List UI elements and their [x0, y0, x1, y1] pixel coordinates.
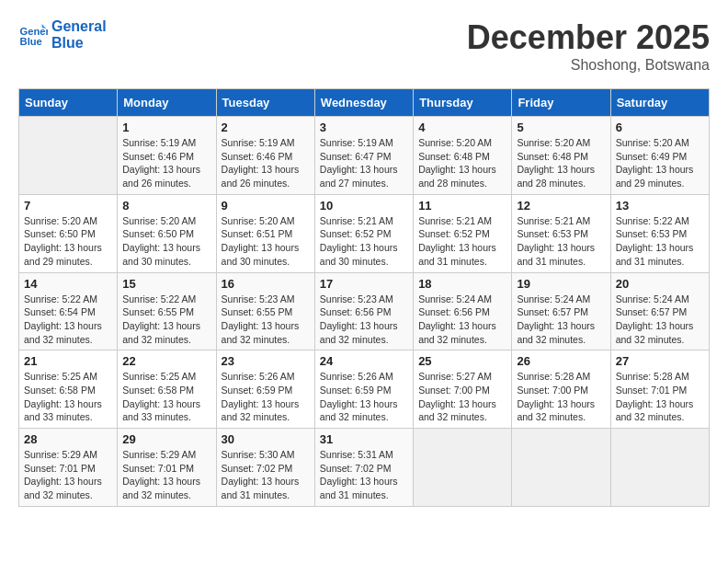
- day-info: Sunrise: 5:26 AM Sunset: 6:59 PM Dayligh…: [320, 370, 408, 424]
- day-info: Sunrise: 5:24 AM Sunset: 6:57 PM Dayligh…: [616, 293, 704, 347]
- calendar-cell: 7Sunrise: 5:20 AM Sunset: 6:50 PM Daylig…: [19, 194, 118, 272]
- day-info: Sunrise: 5:23 AM Sunset: 6:55 PM Dayligh…: [222, 293, 310, 347]
- calendar-cell: 16Sunrise: 5:23 AM Sunset: 6:55 PM Dayli…: [216, 272, 314, 350]
- calendar-cell: 10Sunrise: 5:21 AM Sunset: 6:52 PM Dayli…: [314, 194, 413, 272]
- calendar-cell: 6Sunrise: 5:20 AM Sunset: 6:49 PM Daylig…: [610, 117, 709, 195]
- day-info: Sunrise: 5:24 AM Sunset: 6:57 PM Dayligh…: [517, 293, 605, 347]
- day-info: Sunrise: 5:19 AM Sunset: 6:46 PM Dayligh…: [222, 136, 310, 190]
- day-number: 7: [24, 199, 112, 213]
- day-info: Sunrise: 5:22 AM Sunset: 6:54 PM Dayligh…: [24, 293, 112, 347]
- day-info: Sunrise: 5:20 AM Sunset: 6:48 PM Dayligh…: [517, 136, 605, 190]
- week-row-1: 1Sunrise: 5:19 AM Sunset: 6:46 PM Daylig…: [19, 117, 710, 195]
- calendar-cell: 23Sunrise: 5:26 AM Sunset: 6:59 PM Dayli…: [216, 350, 314, 429]
- day-number: 13: [616, 199, 704, 213]
- calendar-cell: 19Sunrise: 5:24 AM Sunset: 6:57 PM Dayli…: [512, 272, 610, 350]
- calendar-cell: 4Sunrise: 5:20 AM Sunset: 6:48 PM Daylig…: [414, 117, 512, 195]
- calendar-cell: [512, 429, 610, 507]
- calendar-cell: 18Sunrise: 5:24 AM Sunset: 6:56 PM Dayli…: [414, 272, 512, 350]
- calendar-table: SundayMondayTuesdayWednesdayThursdayFrid…: [18, 88, 710, 507]
- calendar-cell: 2Sunrise: 5:19 AM Sunset: 6:46 PM Daylig…: [216, 117, 314, 195]
- day-info: Sunrise: 5:26 AM Sunset: 6:59 PM Dayligh…: [222, 370, 310, 424]
- week-row-5: 28Sunrise: 5:29 AM Sunset: 7:01 PM Dayli…: [19, 429, 710, 507]
- calendar-cell: 12Sunrise: 5:21 AM Sunset: 6:53 PM Dayli…: [512, 194, 610, 272]
- header-row: SundayMondayTuesdayWednesdayThursdayFrid…: [19, 89, 710, 117]
- col-header-wednesday: Wednesday: [314, 89, 413, 117]
- day-number: 14: [24, 277, 112, 291]
- day-info: Sunrise: 5:28 AM Sunset: 7:00 PM Dayligh…: [517, 370, 605, 424]
- calendar-cell: [19, 117, 118, 195]
- logo: General Blue General Blue: [18, 18, 107, 51]
- col-header-friday: Friday: [512, 89, 610, 117]
- svg-text:Blue: Blue: [20, 36, 42, 47]
- day-number: 17: [320, 277, 408, 291]
- title-block: December 2025 Shoshong, Botswana: [467, 18, 710, 74]
- calendar-cell: 22Sunrise: 5:25 AM Sunset: 6:58 PM Dayli…: [118, 350, 216, 429]
- logo-text-blue: Blue: [51, 35, 107, 52]
- day-number: 26: [517, 354, 605, 368]
- day-number: 3: [320, 121, 408, 134]
- day-number: 31: [320, 432, 408, 446]
- day-number: 20: [616, 277, 704, 291]
- day-info: Sunrise: 5:24 AM Sunset: 6:56 PM Dayligh…: [418, 293, 506, 347]
- day-number: 16: [222, 277, 310, 291]
- day-info: Sunrise: 5:20 AM Sunset: 6:50 PM Dayligh…: [24, 214, 112, 269]
- day-info: Sunrise: 5:20 AM Sunset: 6:49 PM Dayligh…: [616, 136, 704, 190]
- calendar-cell: 3Sunrise: 5:19 AM Sunset: 6:47 PM Daylig…: [314, 117, 413, 195]
- day-number: 5: [517, 121, 605, 134]
- calendar-cell: 21Sunrise: 5:25 AM Sunset: 6:58 PM Dayli…: [19, 350, 118, 429]
- day-number: 30: [222, 432, 310, 446]
- day-number: 4: [418, 121, 506, 134]
- calendar-cell: 9Sunrise: 5:20 AM Sunset: 6:51 PM Daylig…: [216, 194, 314, 272]
- day-number: 22: [122, 354, 210, 368]
- logo-text-general: General: [51, 18, 107, 35]
- calendar-cell: 28Sunrise: 5:29 AM Sunset: 7:01 PM Dayli…: [19, 429, 118, 507]
- calendar-cell: 24Sunrise: 5:26 AM Sunset: 6:59 PM Dayli…: [314, 350, 413, 429]
- calendar-cell: 30Sunrise: 5:30 AM Sunset: 7:02 PM Dayli…: [216, 429, 314, 507]
- day-number: 11: [418, 199, 506, 213]
- week-row-3: 14Sunrise: 5:22 AM Sunset: 6:54 PM Dayli…: [19, 272, 710, 350]
- day-info: Sunrise: 5:25 AM Sunset: 6:58 PM Dayligh…: [24, 370, 112, 424]
- calendar-cell: 13Sunrise: 5:22 AM Sunset: 6:53 PM Dayli…: [610, 194, 709, 272]
- day-info: Sunrise: 5:29 AM Sunset: 7:01 PM Dayligh…: [122, 448, 210, 502]
- day-info: Sunrise: 5:20 AM Sunset: 6:48 PM Dayligh…: [418, 136, 506, 190]
- day-number: 9: [222, 199, 310, 213]
- week-row-4: 21Sunrise: 5:25 AM Sunset: 6:58 PM Dayli…: [19, 350, 710, 429]
- calendar-cell: 31Sunrise: 5:31 AM Sunset: 7:02 PM Dayli…: [314, 429, 413, 507]
- calendar-cell: 29Sunrise: 5:29 AM Sunset: 7:01 PM Dayli…: [118, 429, 216, 507]
- week-row-2: 7Sunrise: 5:20 AM Sunset: 6:50 PM Daylig…: [19, 194, 710, 272]
- calendar-cell: 27Sunrise: 5:28 AM Sunset: 7:01 PM Dayli…: [610, 350, 709, 429]
- calendar-cell: [414, 429, 512, 507]
- day-info: Sunrise: 5:21 AM Sunset: 6:53 PM Dayligh…: [517, 214, 605, 269]
- day-number: 6: [616, 121, 704, 134]
- day-info: Sunrise: 5:28 AM Sunset: 7:01 PM Dayligh…: [616, 370, 704, 424]
- day-info: Sunrise: 5:25 AM Sunset: 6:58 PM Dayligh…: [122, 370, 210, 424]
- day-number: 15: [122, 277, 210, 291]
- col-header-monday: Monday: [118, 89, 216, 117]
- col-header-sunday: Sunday: [19, 89, 118, 117]
- day-number: 23: [222, 354, 310, 368]
- day-info: Sunrise: 5:20 AM Sunset: 6:50 PM Dayligh…: [122, 214, 210, 269]
- calendar-cell: 20Sunrise: 5:24 AM Sunset: 6:57 PM Dayli…: [610, 272, 709, 350]
- day-info: Sunrise: 5:30 AM Sunset: 7:02 PM Dayligh…: [222, 448, 310, 502]
- calendar-cell: 11Sunrise: 5:21 AM Sunset: 6:52 PM Dayli…: [414, 194, 512, 272]
- day-info: Sunrise: 5:22 AM Sunset: 6:55 PM Dayligh…: [122, 293, 210, 347]
- col-header-thursday: Thursday: [414, 89, 512, 117]
- calendar-cell: 8Sunrise: 5:20 AM Sunset: 6:50 PM Daylig…: [118, 194, 216, 272]
- calendar-cell: 5Sunrise: 5:20 AM Sunset: 6:48 PM Daylig…: [512, 117, 610, 195]
- day-number: 10: [320, 199, 408, 213]
- calendar-cell: 1Sunrise: 5:19 AM Sunset: 6:46 PM Daylig…: [118, 117, 216, 195]
- day-number: 25: [418, 354, 506, 368]
- day-info: Sunrise: 5:21 AM Sunset: 6:52 PM Dayligh…: [418, 214, 506, 269]
- day-number: 18: [418, 277, 506, 291]
- location-subtitle: Shoshong, Botswana: [467, 57, 710, 74]
- calendar-cell: 26Sunrise: 5:28 AM Sunset: 7:00 PM Dayli…: [512, 350, 610, 429]
- col-header-saturday: Saturday: [610, 89, 709, 117]
- col-header-tuesday: Tuesday: [216, 89, 314, 117]
- day-info: Sunrise: 5:23 AM Sunset: 6:56 PM Dayligh…: [320, 293, 408, 347]
- day-number: 29: [122, 432, 210, 446]
- day-info: Sunrise: 5:27 AM Sunset: 7:00 PM Dayligh…: [418, 370, 506, 424]
- day-info: Sunrise: 5:31 AM Sunset: 7:02 PM Dayligh…: [320, 448, 408, 502]
- calendar-cell: 14Sunrise: 5:22 AM Sunset: 6:54 PM Dayli…: [19, 272, 118, 350]
- calendar-cell: [610, 429, 709, 507]
- day-number: 27: [616, 354, 704, 368]
